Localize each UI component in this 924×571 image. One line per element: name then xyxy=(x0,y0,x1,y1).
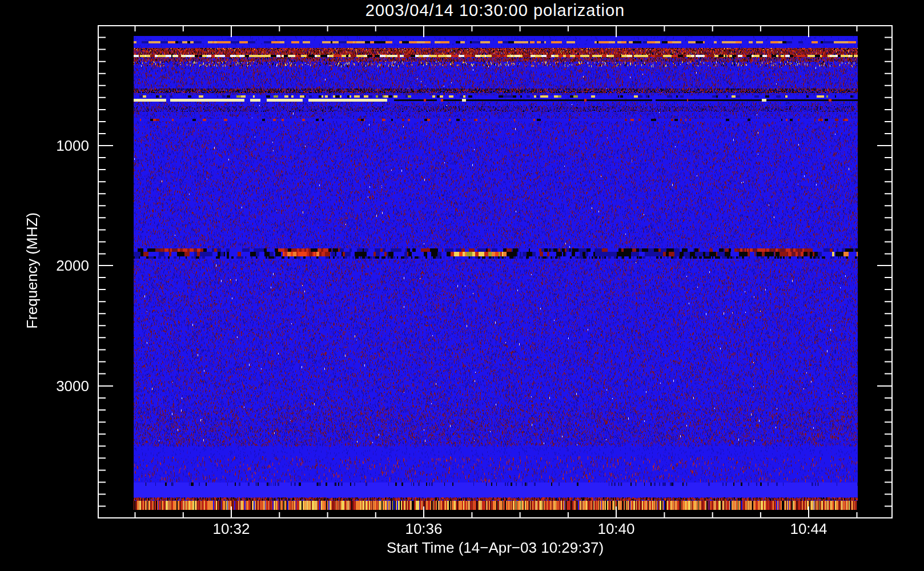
x-tick-label: 10:32 xyxy=(194,521,268,537)
x-tick-label: 10:44 xyxy=(772,521,846,537)
y-axis-title: Frequency (MHZ) xyxy=(23,212,41,329)
axis-ticks xyxy=(0,0,924,571)
y-tick-label: 2000 xyxy=(35,258,89,274)
x-axis-title: Start Time (14−Apr−03 10:29:37) xyxy=(98,539,893,557)
y-tick-label: 1000 xyxy=(35,138,89,154)
tick-marks xyxy=(98,26,892,518)
x-tick-label: 10:36 xyxy=(387,521,461,537)
x-tick-label: 10:40 xyxy=(579,521,653,537)
y-tick-label: 3000 xyxy=(35,378,89,394)
spectrogram-page: 2003/04/14 10:30:00 polarization 1000200… xyxy=(0,0,924,571)
